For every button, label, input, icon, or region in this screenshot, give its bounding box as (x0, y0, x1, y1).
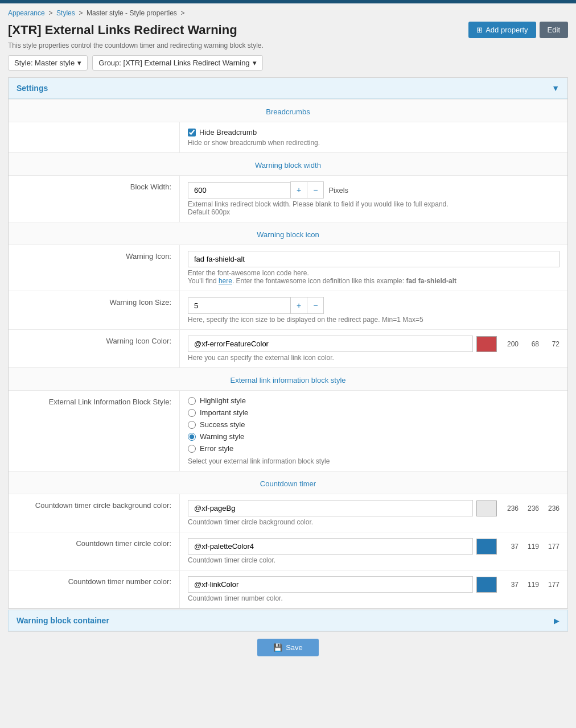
block-width-label: Block Width: (9, 176, 179, 222)
radio-important-label: Important style (200, 408, 248, 417)
warning-icon-content: Enter the font-awesome icon code here. Y… (179, 245, 567, 291)
warning-icon-input[interactable] (188, 251, 559, 267)
breadcrumb: Appearance > Styles > Master style - Sty… (8, 9, 568, 17)
style-filter-label: Style: Master style (14, 59, 75, 67)
warning-icon-color-swatch[interactable] (476, 336, 497, 352)
warning-icon-size-minus[interactable]: − (307, 297, 324, 314)
block-width-help: External links redirect block width. Ple… (188, 200, 559, 216)
radio-important-input[interactable] (188, 409, 196, 417)
page-header: [XTR] External Links Redirect Warning ⊞ … (8, 22, 568, 38)
block-width-plus[interactable]: + (290, 181, 307, 198)
settings-section-header[interactable]: Settings ▼ (9, 78, 567, 99)
style-filter[interactable]: Style: Master style ▾ (8, 55, 88, 71)
block-width-minus[interactable]: − (307, 181, 324, 198)
external-link-info-label: External Link Information Block Style: (9, 391, 179, 471)
external-link-info-row: External Link Information Block Style: H… (9, 390, 567, 471)
radio-warning-input[interactable] (188, 433, 196, 441)
save-icon: 💾 (273, 643, 282, 652)
countdown-number-color-input[interactable] (188, 576, 473, 593)
warning-block-container-title: Warning block container (17, 616, 109, 625)
group-filter-chevron: ▾ (253, 59, 257, 67)
add-property-icon: ⊞ (476, 26, 483, 34)
countdown-number-g: 119 (521, 581, 539, 589)
countdown-bg-color-label: Countdown timer circle background color: (9, 494, 179, 532)
block-width-content: + − Pixels External links redirect block… (179, 176, 567, 222)
countdown-bg-color-content: 236 236 236 Countdown timer circle backg… (179, 494, 567, 532)
countdown-number-color-label: Countdown timer number color: (9, 570, 179, 608)
warning-icon-example: fad fa-shield-alt (406, 277, 456, 285)
add-property-button[interactable]: ⊞ Add property (468, 22, 536, 38)
countdown-number-help: Countdown timer number color. (188, 594, 559, 602)
countdown-number-b: 177 (541, 581, 559, 589)
countdown-circle-color-label: Countdown timer circle color: (9, 532, 179, 570)
countdown-circle-r: 37 (500, 543, 519, 551)
countdown-number-color-row: Countdown timer number color: 37 119 177… (9, 570, 567, 608)
save-label: Save (286, 643, 303, 652)
countdown-bg-color-values: 236 236 236 (500, 504, 559, 512)
header-buttons: ⊞ Add property Edit (468, 22, 568, 38)
radio-highlight-input[interactable] (188, 397, 196, 405)
warning-icon-size-input[interactable] (188, 297, 290, 314)
warning-block-icon-title: Warning block icon (9, 222, 567, 245)
radio-warning[interactable]: Warning style (188, 432, 559, 441)
radio-error-input[interactable] (188, 445, 196, 453)
countdown-timer-title: Countdown timer (9, 471, 567, 494)
countdown-bg-color-row: Countdown timer circle background color:… (9, 494, 567, 532)
breadcrumb-styles[interactable]: Styles (56, 9, 75, 17)
edit-button[interactable]: Edit (540, 22, 568, 38)
warning-icon-help: Enter the font-awesome icon code here. Y… (188, 269, 559, 285)
countdown-number-color-content: 37 119 177 Countdown timer number color. (179, 570, 567, 608)
group-filter[interactable]: Group: [XTR] External Links Redirect War… (92, 55, 262, 71)
countdown-circle-color-row: Countdown timer circle color: 37 119 177… (9, 532, 567, 570)
warning-icon-help-link[interactable]: here (219, 277, 232, 285)
warning-block-width-title: Warning block width (9, 152, 567, 175)
countdown-bg-color-input[interactable] (188, 500, 473, 516)
warning-icon-size-help: Here, specify the icon size to be displa… (188, 316, 559, 324)
save-bar: 💾 Save (8, 631, 568, 663)
countdown-bg-help: Countdown timer circle background color. (188, 518, 559, 526)
countdown-circle-color-input[interactable] (188, 538, 473, 555)
radio-error-label: Error style (200, 444, 233, 453)
block-width-input[interactable] (188, 182, 290, 198)
breadcrumb-appearance[interactable]: Appearance (8, 9, 45, 17)
warning-icon-color-b: 72 (541, 340, 559, 348)
countdown-bg-color-swatch[interactable] (476, 500, 497, 516)
warning-icon-color-label: Warning Icon Color: (9, 330, 179, 367)
warning-icon-size-row: Warning Icon Size: + − Here, specify the… (9, 291, 567, 329)
external-link-info-content: Highlight style Important style Success … (179, 391, 567, 471)
hide-breadcrumb-checkbox[interactable] (188, 129, 196, 136)
radio-important[interactable]: Important style (188, 408, 559, 417)
breadcrumb-current: Master style - Style properties (87, 9, 177, 17)
countdown-number-color-values: 37 119 177 (500, 581, 559, 589)
page-description: This style properties control the countd… (8, 42, 568, 49)
warning-icon-color-row: Warning Icon Color: 200 68 72 Here you c… (9, 329, 567, 367)
save-button[interactable]: 💾 Save (257, 639, 319, 656)
countdown-bg-b: 236 (541, 504, 559, 512)
countdown-circle-color-swatch[interactable] (476, 539, 497, 555)
page-wrapper: Appearance > Styles > Master style - Sty… (0, 3, 576, 669)
page-title: [XTR] External Links Redirect Warning (8, 23, 237, 38)
add-property-label: Add property (486, 26, 528, 34)
radio-success-label: Success style (200, 420, 245, 429)
radio-success[interactable]: Success style (188, 420, 559, 429)
countdown-bg-r: 236 (500, 504, 519, 512)
warning-icon-color-help: Here you can specify the external link i… (188, 354, 559, 362)
external-link-info-title: External link information block style (9, 367, 567, 390)
radio-warning-label: Warning style (200, 432, 244, 441)
warning-icon-row: Warning Icon: Enter the font-awesome ico… (9, 245, 567, 291)
warning-block-container-section[interactable]: Warning block container ▶ (8, 610, 568, 631)
radio-highlight[interactable]: Highlight style (188, 396, 559, 405)
countdown-number-color-swatch[interactable] (476, 577, 497, 593)
external-link-style-radio-group: Highlight style Important style Success … (188, 396, 559, 453)
warning-icon-color-g: 68 (521, 340, 539, 348)
warning-icon-size-plus[interactable]: + (290, 297, 307, 314)
warning-icon-color-values: 200 68 72 (500, 340, 559, 348)
countdown-circle-color-values: 37 119 177 (500, 543, 559, 551)
radio-success-input[interactable] (188, 421, 196, 429)
hide-breadcrumb-checkbox-label[interactable]: Hide Breadcrumb (199, 128, 257, 136)
radio-error[interactable]: Error style (188, 444, 559, 453)
warning-icon-label: Warning Icon: (9, 245, 179, 291)
countdown-circle-help: Countdown timer circle color. (188, 556, 559, 564)
warning-icon-color-input[interactable] (188, 336, 473, 352)
group-filter-label: Group: [XTR] External Links Redirect War… (98, 59, 249, 67)
